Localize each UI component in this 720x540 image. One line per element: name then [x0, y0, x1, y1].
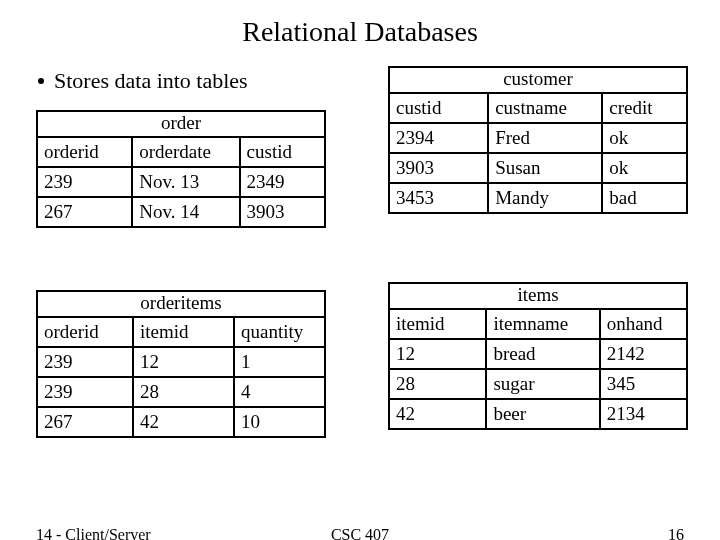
- table-orderitems-caption: orderitems: [36, 290, 326, 316]
- col-header: orderid: [37, 137, 132, 167]
- cell: 267: [37, 197, 132, 227]
- col-header: quantity: [234, 317, 325, 347]
- table-row: orderid itemid quantity: [37, 317, 325, 347]
- cell: 3453: [389, 183, 488, 213]
- cell: 28: [389, 369, 486, 399]
- cell: 239: [37, 167, 132, 197]
- table-row: 239 28 4: [37, 377, 325, 407]
- footer-right: 16: [668, 526, 684, 540]
- table-customer: customer custid custname credit 2394 Fre…: [388, 66, 688, 214]
- table-row: 28 sugar 345: [389, 369, 687, 399]
- table-row: 239 12 1: [37, 347, 325, 377]
- table-orderitems: orderitems orderid itemid quantity 239 1…: [36, 290, 326, 438]
- table-items-caption: items: [388, 282, 688, 308]
- col-header: orderid: [37, 317, 133, 347]
- table-row: 267 42 10: [37, 407, 325, 437]
- col-header: itemid: [133, 317, 234, 347]
- table-row: 2394 Fred ok: [389, 123, 687, 153]
- bullet-text: Stores data into tables: [54, 68, 248, 93]
- cell: 239: [37, 377, 133, 407]
- table-items: items itemid itemname onhand 12 bread 21…: [388, 282, 688, 430]
- col-header: custname: [488, 93, 602, 123]
- bullet-dot-icon: [38, 78, 44, 84]
- cell: Fred: [488, 123, 602, 153]
- table-order-caption: order: [36, 110, 326, 136]
- table-row: 12 bread 2142: [389, 339, 687, 369]
- table-customer-caption: customer: [388, 66, 688, 92]
- cell: ok: [602, 153, 687, 183]
- cell: ok: [602, 123, 687, 153]
- footer-center: CSC 407: [0, 526, 720, 540]
- cell: 267: [37, 407, 133, 437]
- cell: bread: [486, 339, 599, 369]
- cell: 239: [37, 347, 133, 377]
- cell: 42: [389, 399, 486, 429]
- cell: sugar: [486, 369, 599, 399]
- cell: 2142: [600, 339, 687, 369]
- cell: 2349: [240, 167, 325, 197]
- col-header: onhand: [600, 309, 687, 339]
- slide: Relational Databases Stores data into ta…: [0, 0, 720, 540]
- cell: Nov. 13: [132, 167, 239, 197]
- col-header: itemid: [389, 309, 486, 339]
- cell: Susan: [488, 153, 602, 183]
- col-header: custid: [240, 137, 325, 167]
- cell: 345: [600, 369, 687, 399]
- col-header: custid: [389, 93, 488, 123]
- page-title: Relational Databases: [0, 16, 720, 48]
- table-row: 267 Nov. 14 3903: [37, 197, 325, 227]
- table-row: 42 beer 2134: [389, 399, 687, 429]
- table-row: 239 Nov. 13 2349: [37, 167, 325, 197]
- table-row: orderid orderdate custid: [37, 137, 325, 167]
- cell: Nov. 14: [132, 197, 239, 227]
- table-row: itemid itemname onhand: [389, 309, 687, 339]
- cell: 3903: [389, 153, 488, 183]
- cell: 28: [133, 377, 234, 407]
- cell: 12: [389, 339, 486, 369]
- cell: 42: [133, 407, 234, 437]
- table-row: 3453 Mandy bad: [389, 183, 687, 213]
- cell: 12: [133, 347, 234, 377]
- cell: 2394: [389, 123, 488, 153]
- cell: 4: [234, 377, 325, 407]
- cell: beer: [486, 399, 599, 429]
- cell: 3903: [240, 197, 325, 227]
- col-header: orderdate: [132, 137, 239, 167]
- cell: 1: [234, 347, 325, 377]
- cell: bad: [602, 183, 687, 213]
- col-header: credit: [602, 93, 687, 123]
- table-row: custid custname credit: [389, 93, 687, 123]
- table-row: 3903 Susan ok: [389, 153, 687, 183]
- bullet-line: Stores data into tables: [38, 68, 248, 94]
- cell: 10: [234, 407, 325, 437]
- cell: 2134: [600, 399, 687, 429]
- col-header: itemname: [486, 309, 599, 339]
- cell: Mandy: [488, 183, 602, 213]
- table-order: order orderid orderdate custid 239 Nov. …: [36, 110, 326, 228]
